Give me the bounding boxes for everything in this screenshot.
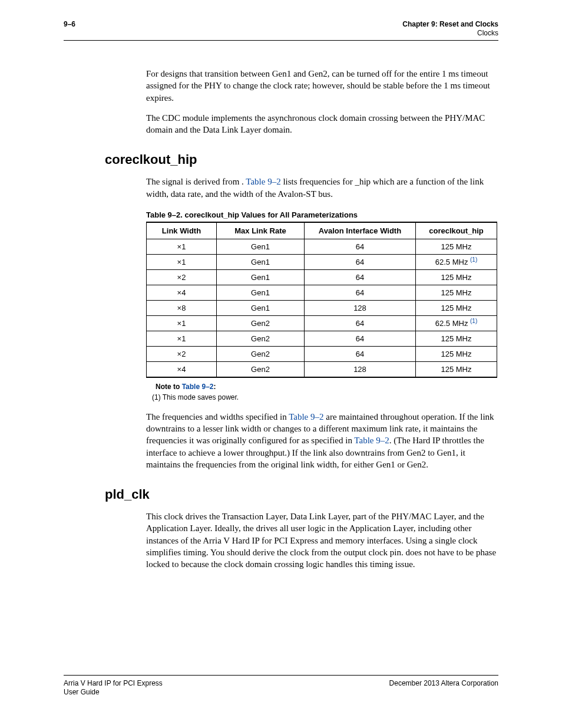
doc-title: Arria V Hard IP for PCI Express	[64, 679, 163, 689]
table-cell: Gen1	[217, 254, 305, 269]
text: The CDC module implements the asynchrono…	[146, 113, 485, 123]
table-cell: 64	[305, 315, 416, 331]
page-header: 9–6 Chapter 9: Reset and Clocks Clocks	[64, 20, 498, 38]
table-note-label: Note to Table 9–2:	[156, 383, 498, 391]
table-cell: ×1	[147, 239, 217, 254]
table-cell: 64	[305, 346, 416, 361]
footnote-ref-link[interactable]: (1)	[470, 317, 477, 324]
table-cell: 125 MHz	[416, 346, 497, 361]
table-cell: Gen1	[217, 239, 305, 254]
table-cell: 125 MHz	[416, 300, 497, 315]
table-row: ×2Gen164125 MHz	[147, 269, 497, 285]
table-header-row: Link Width Max Link Rate Avalon Interfac…	[147, 222, 497, 239]
table-row: ×1Gen264125 MHz	[147, 331, 497, 346]
table-row: ×2Gen264125 MHz	[147, 346, 497, 361]
table-cell: 125 MHz	[416, 285, 497, 300]
table-cell: 128	[305, 361, 416, 377]
col-coreclkout: coreclkout_hip	[416, 222, 497, 239]
table-cell: Gen2	[217, 346, 305, 361]
table-cell: ×1	[147, 315, 217, 331]
table-cell: ×2	[147, 269, 217, 285]
table-cell: 62.5 MHz (1)	[416, 315, 497, 331]
table-footnote-1: (1) This mode saves power.	[152, 393, 498, 401]
table-row: ×1Gen164125 MHz	[147, 239, 497, 254]
page-number: 9–6	[64, 20, 75, 28]
table-caption: Table 9–2. coreclkout_hip Values for All…	[146, 210, 498, 219]
header-chapter: Chapter 9: Reset and Clocks	[402, 20, 498, 29]
body-column: The signal is derived from . Table 9–2 l…	[146, 176, 498, 470]
text: because the clock domain crossing logic …	[181, 559, 415, 569]
footer-rule	[64, 675, 498, 676]
table-cell: 64	[305, 331, 416, 346]
text: For designs that transition between Gen1…	[146, 69, 332, 78]
body-column: This clock drives the Transaction Layer,…	[146, 510, 498, 570]
table-cell: Gen2	[217, 315, 305, 331]
table-cell: 125 MHz	[416, 331, 497, 346]
footer-left: Arria V Hard IP for PCI Express User Gui…	[64, 679, 163, 697]
text: output clock pin.	[343, 548, 405, 557]
footer-right: December 2013 Altera Corporation	[389, 679, 498, 687]
text: domain.	[263, 125, 292, 134]
paragraph: The signal is derived from . Table 9–2 l…	[146, 176, 498, 200]
page: 9–6 Chapter 9: Reset and Clocks Clocks F…	[0, 0, 562, 728]
table-cell: 64	[305, 254, 416, 269]
table-cell: 64	[305, 239, 416, 254]
section-heading-pld-clk: pld_clk	[105, 487, 498, 502]
table-cell: 125 MHz	[416, 239, 497, 254]
table-cell: ×1	[147, 331, 217, 346]
table-cell: Gen1	[217, 300, 305, 315]
table-row: ×4Gen2128125 MHz	[147, 361, 497, 377]
table-cell: Gen1	[217, 285, 305, 300]
text: :	[213, 383, 216, 391]
table-cell: ×4	[147, 285, 217, 300]
page-footer: Arria V Hard IP for PCI Express User Gui…	[64, 675, 498, 697]
table-cell: ×2	[147, 346, 217, 361]
table-cell: 125 MHz	[416, 361, 497, 377]
table-cell: ×8	[147, 300, 217, 315]
header-subhead: Clocks	[402, 29, 498, 38]
paragraph: The frequencies and widths specified in …	[146, 411, 498, 470]
table-caption-title: coreclkout_hip Values for All Parameteri…	[183, 210, 358, 219]
col-link-width: Link Width	[147, 222, 217, 239]
table-cell: ×1	[147, 254, 217, 269]
table-ref-link[interactable]: Table 9–2	[246, 177, 280, 186]
table-cell: 125 MHz	[416, 269, 497, 285]
table-row: ×1Gen16462.5 MHz (1)	[147, 254, 497, 269]
table-cell: Gen1	[217, 269, 305, 285]
doc-subtitle: User Guide	[64, 688, 163, 697]
body-column: For designs that transition between Gen1…	[146, 68, 498, 136]
text: domain and the Data Link Layer	[146, 125, 263, 134]
text: Note to	[156, 383, 182, 391]
table-cell: ×4	[147, 361, 217, 377]
table-cell: 62.5 MHz (1)	[416, 254, 497, 269]
col-max-link-rate: Max Link Rate	[217, 222, 305, 239]
paragraph: This clock drives the Transaction Layer,…	[146, 510, 498, 570]
table-ref-link[interactable]: Table 9–2	[289, 412, 323, 421]
header-rule	[64, 40, 498, 41]
header-right: Chapter 9: Reset and Clocks Clocks	[402, 20, 498, 38]
text: signal is derived from	[162, 177, 242, 186]
table-row: ×1Gen26462.5 MHz (1)	[147, 315, 497, 331]
text: clock from the	[290, 548, 343, 557]
col-avalon-width: Avalon Interface Width	[305, 222, 416, 239]
section-heading-coreclkout-hip: coreclkout_hip	[105, 152, 498, 167]
table-cell: 128	[305, 300, 416, 315]
paragraph: For designs that transition between Gen1…	[146, 68, 498, 104]
table-ref-link[interactable]: Table 9–2	[354, 436, 389, 445]
table-cell: Gen2	[217, 331, 305, 346]
coreclkout-hip-table: Link Width Max Link Rate Avalon Interfac…	[146, 222, 497, 378]
table-cell: Gen2	[217, 361, 305, 377]
table-caption-number: Table 9–2.	[146, 210, 183, 219]
footnote-ref-link[interactable]: (1)	[470, 256, 477, 262]
text: The frequencies and widths specified in	[146, 412, 289, 421]
text: The	[146, 177, 162, 186]
text: lists frequencies for	[281, 177, 355, 186]
paragraph: The CDC module implements the asynchrono…	[146, 112, 498, 136]
table-cell: 64	[305, 285, 416, 300]
table-ref-link[interactable]: Table 9–2	[182, 383, 214, 391]
table-row: ×8Gen1128125 MHz	[147, 300, 497, 315]
table-cell: 64	[305, 269, 416, 285]
table-row: ×4Gen164125 MHz	[147, 285, 497, 300]
